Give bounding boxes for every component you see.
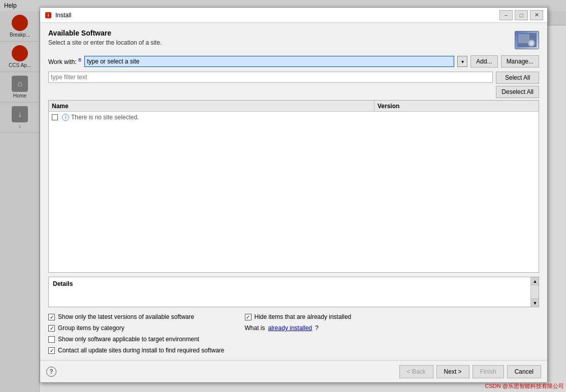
filter-input[interactable] (48, 72, 493, 83)
install-dialog: i Install − □ ✕ Available Software Selec… (40, 7, 548, 383)
select-buttons: Select All Deselect All (496, 72, 539, 98)
scroll-up-button[interactable]: ▲ (531, 277, 539, 285)
add-button[interactable]: Add... (470, 55, 497, 68)
row-checkbox[interactable] (52, 114, 58, 120)
option-row-3: Show only software applicable to target … (48, 336, 225, 343)
option-label-2: Group items by category (58, 324, 124, 332)
logo-image (515, 31, 539, 49)
dialog-footer: ? < Back Next > Finish Cancel (40, 360, 547, 382)
work-with-input[interactable] (84, 56, 454, 67)
section-subtitle: Select a site or enter the location of a… (48, 39, 162, 46)
svg-text:i: i (48, 13, 49, 18)
option-label-1: Show only the latest versions of availab… (58, 313, 194, 320)
back-button[interactable]: < Back (399, 365, 433, 378)
details-section: Details ▲ ▼ (48, 277, 539, 307)
svg-rect-3 (518, 34, 529, 43)
close-button[interactable]: ✕ (530, 10, 543, 20)
option-row-5: Hide items that are already installed (245, 313, 352, 320)
deselect-all-button[interactable]: Deselect All (496, 86, 539, 98)
option-row-4: Contact all update sites during install … (48, 347, 225, 354)
filter-buttons-row: Select All Deselect All (48, 72, 539, 98)
column-header-version: Version (374, 101, 539, 111)
watermark: CSDN @乐思智能科技有限公司 (485, 382, 564, 390)
list-header: Name Version (49, 101, 539, 112)
dialog-title: Install (55, 12, 499, 19)
next-button[interactable]: Next > (436, 365, 469, 378)
work-with-label: Work with: B (48, 57, 81, 66)
minimize-button[interactable]: − (499, 10, 513, 20)
help-button[interactable]: ? (46, 367, 56, 377)
section-title: Available Software (48, 29, 162, 37)
table-row: i There is no site selected. (49, 112, 539, 123)
dialog-body: Available Software Select a site or ente… (40, 23, 547, 360)
dialog-header: Available Software Select a site or ente… (48, 29, 539, 51)
manage-button[interactable]: Manage... (501, 55, 539, 68)
option-checkbox-1[interactable] (48, 314, 55, 320)
svg-point-5 (529, 41, 533, 45)
finish-button[interactable]: Finish (473, 365, 504, 378)
option-row-link: What is already installed ? (245, 324, 352, 332)
dialog-logo (515, 31, 539, 49)
select-all-button[interactable]: Select All (496, 72, 539, 84)
option-label-5: Hide items that are already installed (255, 313, 352, 320)
dialog-icon: i (44, 11, 52, 19)
info-icon: i (62, 114, 69, 121)
options-col2: Hide items that are already installed Wh… (245, 313, 352, 354)
options-col1: Show only the latest versions of availab… (48, 313, 225, 354)
dialog-titlebar: i Install − □ ✕ (40, 8, 547, 23)
already-installed-link[interactable]: already installed (268, 324, 312, 332)
option-label-4: Contact all update sites during install … (58, 347, 225, 354)
scroll-down-button[interactable]: ▼ (531, 299, 539, 307)
cancel-button[interactable]: Cancel (507, 365, 541, 378)
software-list: Name Version i There is no site selected… (48, 100, 539, 273)
option-row-1: Show only the latest versions of availab… (48, 313, 225, 320)
option-checkbox-2[interactable] (48, 325, 55, 332)
row-name: There is no site selected. (71, 114, 139, 121)
already-installed-prefix: What is (245, 324, 265, 332)
option-checkbox-3[interactable] (48, 336, 55, 343)
work-with-row: Work with: B ▾ Add... Manage... (48, 55, 539, 68)
column-header-name: Name (49, 101, 374, 111)
option-row-2: Group items by category (48, 324, 225, 332)
site-dropdown-button[interactable]: ▾ (457, 56, 467, 67)
option-checkbox-4[interactable] (48, 347, 55, 354)
options-section: Show only the latest versions of availab… (48, 313, 539, 354)
option-label-3: Show only software applicable to target … (58, 336, 199, 343)
already-installed-suffix: ? (315, 324, 319, 332)
details-label: Details (53, 280, 534, 287)
dialog-controls: − □ ✕ (499, 10, 543, 20)
option-checkbox-5[interactable] (245, 314, 251, 320)
maximize-button[interactable]: □ (515, 10, 528, 20)
details-scrollbar: ▲ ▼ (530, 277, 539, 307)
software-panel: Name Version i There is no site selected… (48, 100, 539, 273)
